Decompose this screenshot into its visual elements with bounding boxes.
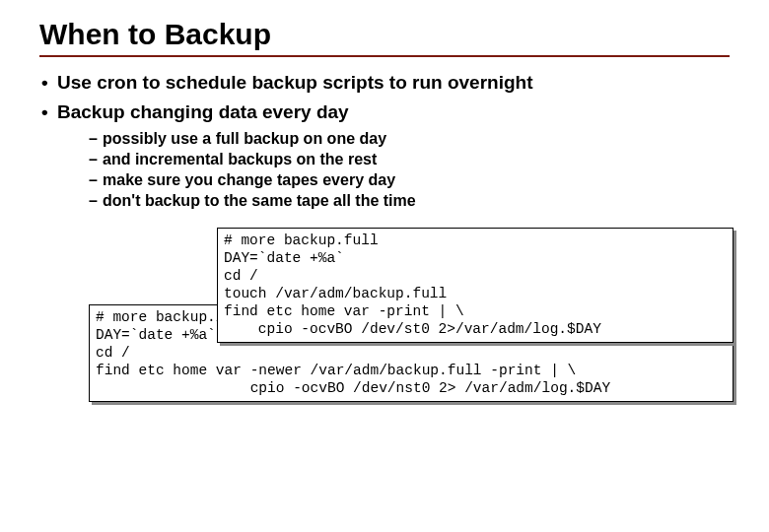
bullet-list: Use cron to schedule backup scripts to r…: [39, 71, 730, 124]
bullet-item: Use cron to schedule backup scripts to r…: [39, 71, 730, 95]
page-title: When to Backup: [39, 18, 730, 51]
sub-bullet-item: possibly use a full backup on one day: [89, 130, 730, 148]
bullet-item: Backup changing data every day: [39, 100, 730, 124]
sub-bullet-item: and incremental backups on the rest: [89, 151, 730, 168]
slide: When to Backup Use cron to schedule back…: [0, 0, 769, 444]
sub-bullet-list: possibly use a full backup on one day an…: [89, 130, 730, 210]
title-rule: [39, 55, 730, 57]
code-area: # more backup.inc DAY=`date +%a` cd / fi…: [39, 228, 730, 425]
code-box-full: # more backup.full DAY=`date +%a` cd / t…: [217, 228, 734, 344]
sub-bullet-item: don't backup to the same tape all the ti…: [89, 192, 730, 210]
sub-bullet-item: make sure you change tapes every day: [89, 171, 730, 189]
